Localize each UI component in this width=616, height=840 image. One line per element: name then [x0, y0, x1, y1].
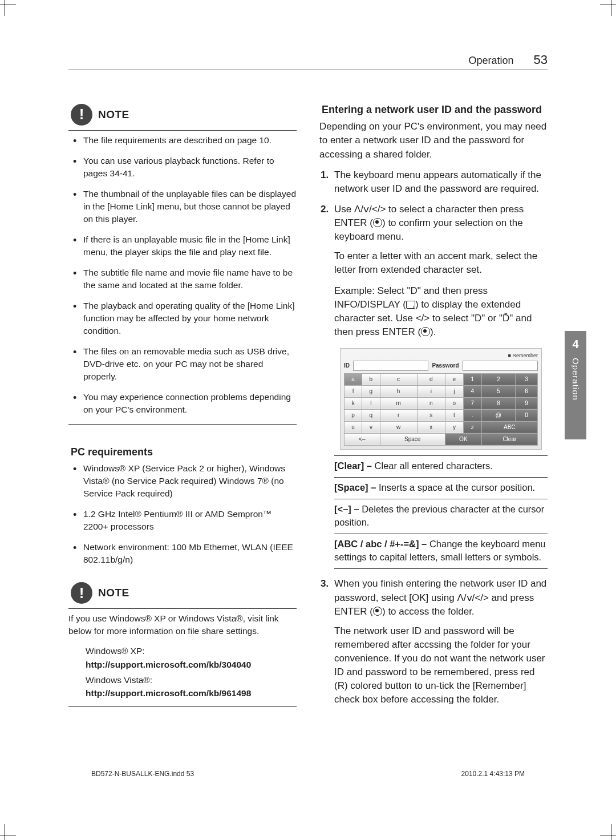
list-item: Network environment: 100 Mb Ethernet, WL…: [83, 541, 297, 566]
display-icon: [406, 301, 415, 309]
note-header: ! NOTE: [71, 582, 297, 604]
def-backspace: [<–] – Deletes the previous character at…: [334, 499, 548, 534]
step-sub: To enter a letter with an accent mark, s…: [334, 249, 548, 277]
divider: [68, 706, 297, 707]
step-2: Use Λ/ⅴ/</> to select a character then p…: [334, 203, 548, 569]
link-xp-label: Windows® XP:: [86, 644, 297, 657]
def-space: [Space] – Inserts a space at the cursor …: [334, 477, 548, 499]
running-header: Operation 53: [468, 51, 548, 68]
step-sub: Example: Select "D" and then press INFO/…: [334, 284, 548, 340]
list-item: The subtitle file name and movie file na…: [83, 266, 297, 292]
header-rule: [68, 70, 548, 70]
document-sheet: Operation 53 4 Operation ! NOTE The file…: [57, 29, 559, 782]
kb-id-field: [353, 361, 428, 371]
def-abc: [ABC / abc / #+-=&] – Change the keyboar…: [334, 534, 548, 569]
cropmark: [600, 5, 616, 5]
list-item: You may experience connection problems d…: [83, 391, 297, 416]
step-sub: The network user ID and password will be…: [334, 624, 548, 707]
note-icon: !: [71, 104, 92, 126]
enter-icon: [421, 327, 430, 336]
page-footer: BD572-N-BUSALLK-ENG.indd 53 2010.2.1 4:4…: [91, 769, 525, 778]
list-item: 1.2 GHz Intel® Pentium® III or AMD Sempr…: [83, 508, 297, 533]
kb-remember: ■ Remember: [344, 352, 541, 360]
footer-timestamp: 2010.2.1 4:43:13 PM: [461, 769, 525, 778]
link-xp-url: http://support.microsoft.com/kb/304040: [86, 658, 297, 671]
left-column: ! NOTE The file requirements are describ…: [68, 103, 297, 748]
page-number: 53: [534, 51, 548, 68]
right-column: Entering a network user ID and the passw…: [319, 103, 548, 748]
def-clear: [Clear] – Clear all entered characters.: [334, 455, 548, 477]
enter-icon: [373, 218, 382, 227]
page-scan: Operation 53 4 Operation ! NOTE The file…: [0, 0, 616, 840]
list-item: The files on an removable media such as …: [83, 345, 297, 383]
note-bullet-list: The file requirements are described on p…: [68, 134, 297, 416]
list-item: The file requirements are described on p…: [83, 134, 297, 147]
step-text: When you finish entering the network use…: [334, 578, 546, 616]
note-header: ! NOTE: [71, 104, 297, 126]
intro-paragraph: Depending on your PC's environment, you …: [319, 120, 548, 161]
enter-icon: [373, 607, 382, 616]
steps-list: The keyboard menu appears automatically …: [319, 168, 548, 707]
link-vista-label: Windows Vista®:: [86, 673, 297, 686]
step-1: The keyboard menu appears automatically …: [334, 168, 548, 196]
kb-password-label: Password: [432, 362, 459, 370]
cropmark: [0, 835, 16, 835]
note-icon: !: [71, 582, 92, 604]
step-3: When you finish entering the network use…: [334, 577, 548, 706]
entering-id-heading: Entering a network user ID and the passw…: [322, 103, 548, 116]
cropmark: [5, 824, 5, 840]
kb-password-field: [463, 361, 538, 371]
cropmark: [611, 0, 611, 16]
chapter-label: Operation: [570, 358, 581, 401]
divider: [68, 130, 297, 131]
cropmark: [0, 5, 16, 5]
list-item: Windows® XP (Service Pack 2 or higher), …: [83, 462, 297, 500]
step-text: Use Λ/ⅴ/</> to select a character then p…: [334, 204, 524, 242]
section-name: Operation: [468, 55, 513, 66]
cropmark: [5, 0, 5, 16]
note-label: NOTE: [98, 585, 129, 600]
kb-id-label: ID: [344, 362, 350, 370]
pc-requirements-heading: PC requirements: [71, 445, 297, 459]
link-vista-url: http://support.microsoft.com/kb/961498: [86, 686, 297, 700]
list-item: The thumbnail of the unplayable files ca…: [83, 188, 297, 225]
divider: [68, 608, 297, 609]
chapter-number: 4: [572, 337, 578, 352]
key-definitions: [Clear] – Clear all entered characters. …: [334, 455, 548, 570]
cropmark: [611, 824, 611, 840]
pc-requirements-list: Windows® XP (Service Pack 2 or higher), …: [68, 462, 297, 566]
footer-filename: BD572-N-BUSALLK-ENG.indd 53: [91, 769, 194, 778]
step-text: The keyboard menu appears automatically …: [334, 169, 541, 194]
note-intro: If you use Windows® XP or Windows Vista®…: [68, 612, 297, 637]
divider: [68, 424, 297, 425]
kb-key-grid: abcde123fghij456klmno789pqrst.@0uvwxyzAB…: [344, 373, 538, 446]
list-item: You can use various playback functions. …: [83, 155, 297, 180]
note-label: NOTE: [98, 107, 129, 122]
list-item: The playback and operating quality of th…: [83, 300, 297, 337]
cropmark: [600, 835, 616, 835]
onscreen-keyboard-illustration: ■ Remember ID Password abcde123fghij456k…: [340, 348, 542, 450]
list-item: If there is an unplayable music file in …: [83, 233, 297, 259]
link-block: Windows® XP: http://support.microsoft.co…: [86, 644, 297, 700]
chapter-tab: 4 Operation: [565, 331, 586, 439]
